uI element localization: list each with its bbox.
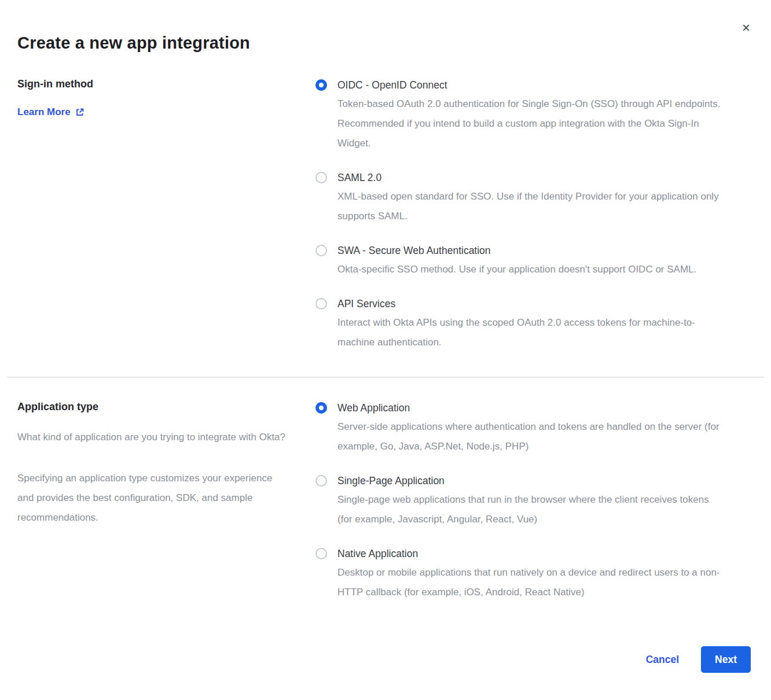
signin-method-section: Sign-in method Learn More OIDC - OpenID … — [17, 78, 751, 352]
radio-option-description: Token-based OAuth 2.0 authentication for… — [337, 94, 724, 153]
radio-option-label[interactable]: Single-Page Application — [337, 474, 724, 488]
radio-option-content: OIDC - OpenID Connect Token-based OAuth … — [337, 78, 724, 153]
close-icon[interactable]: × — [742, 21, 750, 35]
radio-option-label[interactable]: Web Application — [337, 401, 724, 415]
application-type-label: Application type — [17, 401, 315, 413]
radio-option-swa-secure-web-authentication[interactable]: SWA - Secure Web Authentication Okta-spe… — [315, 244, 751, 279]
radio-unselected-icon-single-page-application[interactable] — [315, 475, 327, 487]
dialog-footer: Cancel Next — [646, 646, 751, 673]
cancel-button[interactable]: Cancel — [646, 654, 679, 666]
radio-option-label[interactable]: API Services — [337, 297, 724, 311]
radio-unselected-icon-swa-secure-web-authentication[interactable] — [315, 245, 327, 256]
radio-option-description: Okta-specific SSO method. Use if your ap… — [337, 260, 696, 279]
learn-more-link[interactable]: Learn More — [17, 106, 85, 118]
radio-option-saml-2-0[interactable]: SAML 2.0 XML-based open standard for SSO… — [315, 171, 751, 226]
application-type-left-column: Application type What kind of applicatio… — [17, 401, 315, 602]
radio-option-single-page-application[interactable]: Single-Page Application Single-page web … — [315, 474, 751, 529]
radio-selected-icon-oidc-openid-connect[interactable] — [315, 79, 327, 91]
radio-option-label[interactable]: SAML 2.0 — [337, 171, 724, 185]
radio-option-content: API Services Interact with Okta APIs usi… — [337, 297, 724, 352]
application-type-options: Web Application Server-side applications… — [315, 401, 751, 602]
radio-option-content: Native Application Desktop or mobile app… — [337, 547, 724, 602]
radio-unselected-icon-api-services[interactable] — [315, 298, 327, 310]
radio-option-native-application[interactable]: Native Application Desktop or mobile app… — [315, 547, 751, 602]
application-type-explanation: Specifying an application type customize… — [17, 469, 288, 528]
signin-method-label: Sign-in method — [17, 78, 315, 90]
external-link-icon — [75, 108, 85, 117]
radio-option-content: Single-Page Application Single-page web … — [337, 474, 724, 529]
radio-option-description: Desktop or mobile applications that run … — [337, 563, 724, 602]
next-button[interactable]: Next — [701, 646, 751, 673]
signin-method-options: OIDC - OpenID Connect Token-based OAuth … — [315, 78, 751, 352]
radio-option-description: Single-page web applications that run in… — [337, 490, 724, 529]
radio-option-content: SWA - Secure Web Authentication Okta-spe… — [337, 244, 696, 279]
radio-option-content: Web Application Server-side applications… — [337, 401, 724, 456]
radio-option-oidc-openid-connect[interactable]: OIDC - OpenID Connect Token-based OAuth … — [315, 78, 751, 153]
radio-selected-icon-web-application[interactable] — [315, 402, 327, 414]
page-title: Create a new app integration — [17, 0, 751, 53]
create-app-integration-dialog: × Create a new app integration Sign-in m… — [0, 0, 771, 700]
application-type-section: Application type What kind of applicatio… — [17, 401, 751, 602]
section-divider — [7, 377, 764, 378]
radio-option-label[interactable]: Native Application — [337, 547, 724, 561]
radio-option-api-services[interactable]: API Services Interact with Okta APIs usi… — [315, 297, 751, 352]
radio-option-label[interactable]: SWA - Secure Web Authentication — [337, 244, 696, 257]
learn-more-label: Learn More — [17, 106, 71, 118]
application-type-question: What kind of application are you trying … — [17, 428, 288, 447]
radio-unselected-icon-saml-2-0[interactable] — [315, 172, 327, 183]
radio-unselected-icon-native-application[interactable] — [315, 548, 327, 559]
radio-option-description: Server-side applications where authentic… — [337, 417, 724, 456]
radio-option-web-application[interactable]: Web Application Server-side applications… — [315, 401, 751, 456]
radio-option-description: XML-based open standard for SSO. Use if … — [337, 187, 724, 226]
radio-option-label[interactable]: OIDC - OpenID Connect — [337, 78, 724, 92]
signin-method-left-column: Sign-in method Learn More — [17, 78, 315, 352]
radio-option-content: SAML 2.0 XML-based open standard for SSO… — [337, 171, 724, 226]
radio-option-description: Interact with Okta APIs using the scoped… — [337, 313, 724, 352]
